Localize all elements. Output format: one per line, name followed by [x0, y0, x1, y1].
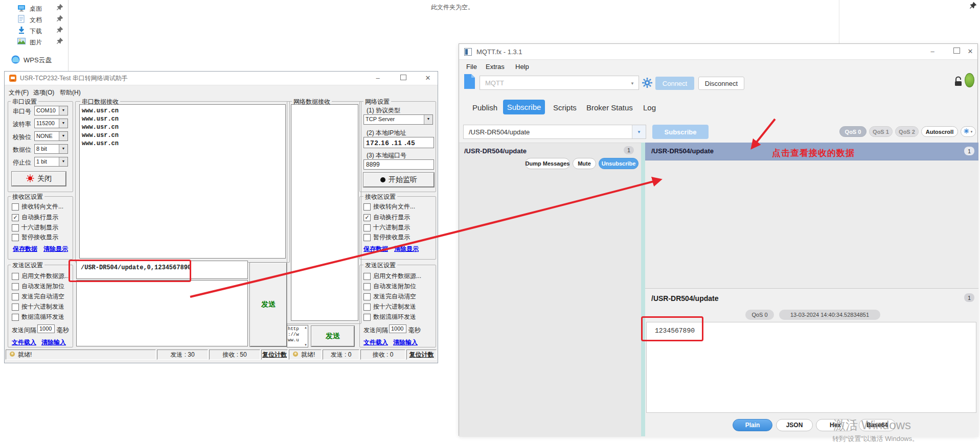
load-file-link-net[interactable]: 文件载入: [363, 338, 388, 347]
topic-select[interactable]: /USR-DR504/update ▼: [463, 125, 646, 139]
qos0-button[interactable]: QoS 0: [839, 126, 867, 137]
checkbox-hex-display[interactable]: 十六进制显示: [12, 223, 58, 232]
subscription-list-item[interactable]: /USR-DR504/update 1 Dump Messages Mute U…: [459, 143, 641, 173]
serial-send-textarea[interactable]: [76, 280, 248, 346]
qos2-button[interactable]: QoS 2: [895, 126, 919, 137]
net-send-input[interactable]: http ://w ww.u ▲ ▼: [287, 325, 308, 347]
com-port-select[interactable]: COM10▼: [34, 106, 68, 115]
menu-file[interactable]: File: [466, 63, 477, 71]
checkbox-loop-send[interactable]: 数据流循环发送: [12, 313, 64, 321]
qos1-button[interactable]: QoS 1: [869, 126, 893, 137]
parity-select[interactable]: NONE▼: [34, 131, 68, 141]
serial-recv-listbox[interactable]: www.usr.cn www.usr.cn www.usr.cn www.usr…: [79, 104, 286, 259]
tab-log[interactable]: Log: [643, 103, 656, 112]
checkbox-file-source[interactable]: 启用文件数据源...: [12, 272, 70, 281]
checkbox-hex-display-net[interactable]: 十六进制显示: [363, 223, 410, 232]
reset-count-net[interactable]: 复位计数: [406, 349, 437, 360]
net-send-button[interactable]: 发送: [311, 326, 354, 346]
checkbox-clear-after-send-net[interactable]: 发送完自动清空: [363, 292, 416, 301]
protocol-select[interactable]: TCP Server▼: [363, 114, 433, 125]
checkbox-pause-recv[interactable]: 暂停接收显示: [12, 233, 58, 242]
checkbox-auto-append[interactable]: 自动发送附加位: [12, 282, 64, 291]
checkbox-recv-to-file[interactable]: 接收转向文件...: [12, 202, 63, 211]
close-button[interactable]: ✕: [963, 46, 977, 57]
format-json-button[interactable]: JSON: [776, 419, 813, 431]
chevron-down-icon: ▼: [59, 119, 67, 128]
checkbox-loop-send-net[interactable]: 数据流循环发送: [363, 313, 416, 321]
pin-icon[interactable]: [56, 4, 63, 13]
usr-titlebar[interactable]: USR-TCP232-Test 串口转网络调试助手 – ✕: [5, 72, 438, 85]
load-file-link[interactable]: 文件载入: [12, 338, 36, 347]
clear-input-link-net[interactable]: 清除输入: [393, 338, 418, 347]
subscribe-button[interactable]: Subscribe: [652, 125, 709, 139]
status-ready-net: 就绪!: [289, 349, 322, 360]
topic-value: /USR-DR504/update: [469, 128, 530, 136]
checkbox-send-hex[interactable]: 按十六进制发送: [12, 302, 64, 311]
checkbox-clear-after-send[interactable]: 发送完自动清空: [12, 292, 64, 301]
tab-publish[interactable]: Publish: [472, 103, 497, 112]
checkbox-send-hex-net[interactable]: 按十六进制发送: [363, 302, 416, 311]
clear-display-link-net[interactable]: 清除显示: [394, 245, 419, 253]
serial-send-input[interactable]: /USR-DR504/update,0,1234567890: [76, 261, 248, 279]
profile-select[interactable]: MQTT ▼: [480, 76, 639, 90]
baud-rate-select[interactable]: 115200▼: [34, 119, 68, 128]
close-serial-button[interactable]: 关闭: [12, 172, 66, 186]
checkbox-file-source-net[interactable]: 启用文件数据源...: [363, 272, 421, 281]
send-interval-input[interactable]: 1000: [37, 324, 55, 333]
mute-button[interactable]: Mute: [573, 158, 596, 169]
unsubscribe-button[interactable]: Unsubscribe: [599, 158, 639, 169]
stop-bits-select[interactable]: 1 bit▼: [34, 157, 68, 167]
local-port-input[interactable]: 8899: [363, 159, 434, 170]
menu-extras[interactable]: Extras: [486, 63, 505, 71]
disconnect-button[interactable]: Disconnect: [698, 77, 744, 90]
start-listen-button[interactable]: 开始监听: [363, 173, 434, 187]
autoscroll-button[interactable]: Autoscroll: [921, 126, 958, 137]
gear-icon[interactable]: [642, 77, 653, 90]
connect-button[interactable]: Connect: [655, 77, 694, 90]
reset-count-serial[interactable]: 复位计数: [261, 349, 288, 360]
pin-icon[interactable]: [56, 15, 63, 24]
clear-input-link[interactable]: 清除输入: [41, 338, 66, 347]
checkbox-auto-wrap-net[interactable]: ✓自动换行显示: [363, 213, 410, 222]
checkbox-recv-to-file-net[interactable]: 接收转向文件...: [363, 202, 415, 211]
menu-file[interactable]: 文件(F): [9, 87, 29, 97]
dump-messages-button[interactable]: Dump Messages: [525, 158, 570, 169]
scroll-down-icon[interactable]: ▼: [304, 343, 307, 346]
document-icon: [18, 15, 25, 25]
save-data-link-net[interactable]: 保存数据: [363, 245, 388, 253]
close-button[interactable]: ✕: [419, 73, 437, 84]
chevron-down-icon[interactable]: ▼: [632, 125, 646, 138]
mqtt-titlebar[interactable]: MQTT.fx - 1.3.1 – ✕: [459, 44, 977, 60]
menu-help[interactable]: Help: [515, 63, 529, 71]
clear-display-link[interactable]: 清除显示: [43, 245, 68, 253]
chevron-down-icon: ▼: [59, 157, 67, 166]
tab-scripts[interactable]: Scripts: [553, 103, 577, 112]
pin-icon[interactable]: [56, 26, 63, 35]
local-ip-input[interactable]: 172.16 .11 .45: [363, 137, 434, 148]
format-plain-button[interactable]: Plain: [733, 419, 772, 431]
minimize-button[interactable]: –: [369, 73, 387, 84]
pin-icon[interactable]: [56, 37, 63, 46]
save-data-link[interactable]: 保存数据: [13, 245, 37, 253]
group-label: 发送区设置: [11, 261, 44, 270]
menu-help[interactable]: 帮助(H): [60, 87, 81, 97]
status-sent-serial: 发送 : 30: [157, 349, 208, 360]
tab-subscribe[interactable]: Subscribe: [503, 100, 545, 114]
net-recv-listbox[interactable]: [291, 104, 358, 321]
tab-broker-status[interactable]: Broker Status: [586, 103, 633, 112]
send-interval-input-net[interactable]: 1000: [389, 324, 406, 333]
sidebar-item-wps-cloud[interactable]: WPS云盘: [10, 54, 72, 65]
serial-send-button[interactable]: 发送: [250, 263, 287, 346]
scroll-up-icon[interactable]: ▲: [304, 326, 307, 329]
checkbox-pause-recv-net[interactable]: 暂停接收显示: [363, 233, 410, 242]
panel-divider[interactable]: [641, 143, 645, 436]
maximize-button[interactable]: [394, 73, 413, 84]
checkbox-auto-wrap[interactable]: ✓自动换行显示: [12, 213, 58, 222]
subscription-settings-button[interactable]: ▼: [961, 126, 976, 137]
pin-icon[interactable]: [969, 2, 977, 11]
group-label: 网络设置: [363, 98, 391, 106]
menu-options[interactable]: 选项(O): [33, 87, 54, 97]
minimize-button[interactable]: –: [923, 46, 942, 57]
data-bits-select[interactable]: 8 bit▼: [34, 144, 68, 154]
checkbox-auto-append-net[interactable]: 自动发送附加位: [363, 282, 416, 291]
